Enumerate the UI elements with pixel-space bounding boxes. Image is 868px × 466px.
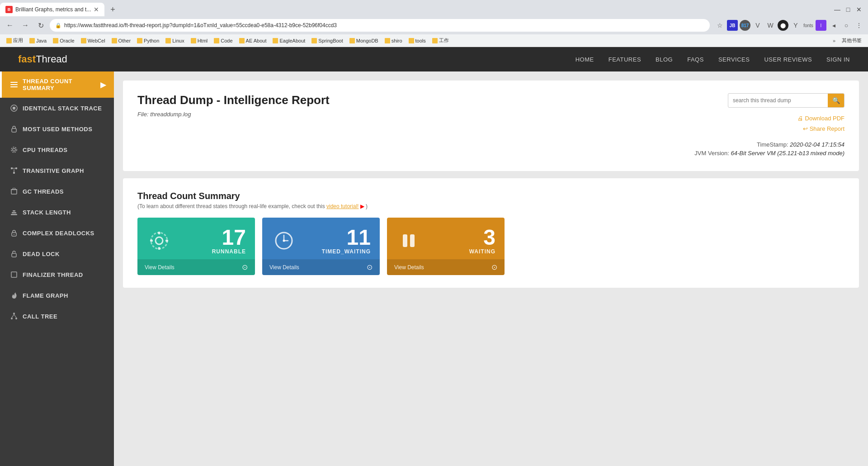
- extension-icon-2[interactable]: 817: [740, 20, 750, 31]
- bookmark-star-icon[interactable]: ☆: [714, 20, 725, 31]
- tab-favicon: B: [5, 6, 13, 13]
- bookmark-other[interactable]: Other: [109, 37, 134, 44]
- bookmark-springboot[interactable]: SpringBoot: [309, 37, 345, 44]
- bookmark-mongodb[interactable]: MongoDB: [347, 37, 381, 44]
- bookmark-webcel[interactable]: WebCel: [78, 37, 108, 44]
- report-header-card: Thread Dump - Intelligence Report File: …: [123, 81, 859, 171]
- bookmark-java[interactable]: Java: [27, 37, 49, 44]
- sign-in-link[interactable]: SIGN IN: [826, 56, 850, 63]
- bookmark-oracle[interactable]: Oracle: [50, 37, 77, 44]
- extension-icon-6[interactable]: Y: [790, 20, 801, 31]
- bookmark-eagle-about[interactable]: EagleAbout: [270, 37, 308, 44]
- forward-button[interactable]: →: [19, 19, 32, 32]
- back-button[interactable]: ←: [4, 19, 16, 32]
- bookmark-linux[interactable]: Linux: [163, 37, 187, 44]
- sidebar-item-call-tree[interactable]: CALL TREE: [0, 306, 114, 327]
- sidebar-item-identical-stack-trace[interactable]: IDENTICAL STACK TRACE: [0, 98, 114, 119]
- report-actions: 🔍 🖨 Download PDF ↩ Share Report: [728, 93, 844, 132]
- reload-button[interactable]: ↻: [34, 19, 47, 32]
- share-report-link[interactable]: ↩ Share Report: [803, 125, 844, 132]
- logo[interactable]: fastThread: [18, 53, 67, 65]
- waiting-label: WAITING: [469, 248, 495, 255]
- sidebar-item-thread-count-summary[interactable]: THREAD COUNT SUMMARY ▶: [0, 71, 114, 98]
- bookmark-python[interactable]: Python: [134, 37, 162, 44]
- bookmark-shiro[interactable]: shiro: [382, 37, 405, 44]
- waiting-view-details[interactable]: View Details: [394, 264, 424, 271]
- bookmark-more-button[interactable]: »: [830, 37, 838, 44]
- bookmark-apps[interactable]: 应用: [4, 36, 26, 45]
- sidebar-item-stack-length[interactable]: STACK LENGTH: [0, 202, 114, 223]
- address-bar[interactable]: 🔒 https://www.fastthread.io/ft-thread-re…: [50, 19, 710, 32]
- bookmark-other-books[interactable]: 其他书签: [839, 36, 864, 45]
- sidebar-label-call-tree: CALL TREE: [23, 313, 57, 320]
- svg-point-19: [14, 234, 14, 235]
- active-tab[interactable]: B Brilliant Graphs, metrics and t... ✕: [0, 3, 104, 16]
- video-tutorial-link[interactable]: video tutorial!: [326, 203, 359, 209]
- svg-point-28: [151, 233, 167, 249]
- menu-button[interactable]: ⋮: [854, 20, 864, 31]
- timed-waiting-view-details[interactable]: View Details: [269, 264, 299, 271]
- share-icon: ↩: [803, 125, 808, 132]
- sidebar-item-flame-graph[interactable]: FLAME GRAPH: [0, 285, 114, 306]
- bookmark-code[interactable]: Code: [211, 37, 235, 44]
- sidebar-item-most-used-methods[interactable]: MOST USED METHODS: [0, 119, 114, 139]
- extension-icon-9[interactable]: ○: [841, 20, 852, 31]
- download-pdf-link[interactable]: 🖨 Download PDF: [797, 115, 844, 122]
- stack-icon: [10, 208, 18, 216]
- bookmark-html[interactable]: Html: [188, 37, 211, 44]
- top-navigation: fastThread HOME FEATURES BLOG FAQS SERVI…: [0, 47, 868, 71]
- search-input[interactable]: [728, 95, 828, 106]
- report-title: Thread Dump - Intelligence Report: [137, 93, 330, 107]
- extension-icon-4[interactable]: W: [765, 20, 776, 31]
- sidebar-item-dead-lock[interactable]: DEAD LOCK: [0, 243, 114, 264]
- bookmark-work[interactable]: 工作: [429, 36, 452, 45]
- graph-icon: [10, 166, 18, 175]
- nav-blog[interactable]: BLOG: [656, 56, 673, 63]
- sidebar-item-gc-threads[interactable]: GC THREADS: [0, 181, 114, 202]
- nav-user-reviews[interactable]: USER REVIEWS: [764, 56, 812, 63]
- logo-fast: fast: [18, 53, 36, 65]
- search-button[interactable]: 🔍: [828, 94, 844, 107]
- tab-close-button[interactable]: ✕: [94, 6, 99, 13]
- extension-icon-5[interactable]: ⬤: [778, 20, 788, 31]
- square-icon: [10, 271, 18, 279]
- bookmark-tools[interactable]: tools: [406, 37, 429, 44]
- sidebar-item-cpu-threads[interactable]: CPU THREADS: [0, 139, 114, 160]
- extension-icon-3[interactable]: V: [752, 20, 763, 31]
- svg-rect-7: [11, 167, 13, 169]
- svg-rect-32: [165, 240, 168, 242]
- extension-icon-7[interactable]: I: [816, 20, 826, 31]
- svg-rect-12: [11, 190, 17, 194]
- svg-rect-20: [12, 253, 16, 257]
- close-button[interactable]: ✕: [855, 6, 863, 13]
- nav-faqs[interactable]: FAQS: [687, 56, 704, 63]
- nav-services[interactable]: SERVICES: [718, 56, 750, 63]
- sidebar-label-deadlock: DEAD LOCK: [23, 251, 60, 257]
- new-tab-button[interactable]: +: [106, 3, 119, 16]
- maximize-button[interactable]: □: [844, 6, 852, 13]
- nav-home[interactable]: HOME: [576, 56, 594, 63]
- sidebar-label-cpu: CPU THREADS: [23, 147, 67, 153]
- sidebar-item-finalizer-thread[interactable]: FINALIZER THREAD: [0, 264, 114, 285]
- svg-rect-2: [10, 86, 18, 87]
- minimize-button[interactable]: —: [834, 6, 841, 13]
- sidebar-arrow-icon: ▶: [100, 81, 106, 89]
- svg-rect-9: [13, 172, 15, 174]
- meta-info: TimeStamp: 2020-02-04 17:15:54 JVM Versi…: [137, 141, 844, 157]
- sidebar-item-complex-deadlocks[interactable]: COMPLEX DEADLOCKS: [0, 223, 114, 243]
- runnable-view-details[interactable]: View Details: [145, 264, 175, 271]
- svg-point-24: [15, 318, 17, 319]
- sidebar: THREAD COUNT SUMMARY ▶ IDENTICAL STACK T…: [0, 71, 114, 466]
- bookmark-ae-about[interactable]: AE About: [236, 37, 269, 44]
- fonts-extension-icon[interactable]: fonts: [803, 20, 814, 31]
- sidebar-label-gc: GC THREADS: [23, 188, 64, 195]
- waiting-card: 3 WAITING View Details ⊙: [387, 218, 505, 275]
- extension-icon-1[interactable]: JB: [727, 20, 738, 31]
- svg-rect-0: [10, 82, 18, 83]
- extension-icon-8[interactable]: ◂: [828, 20, 839, 31]
- runnable-label: RUNNABLE: [212, 248, 246, 255]
- sidebar-label-flame: FLAME GRAPH: [23, 292, 68, 299]
- sidebar-item-transitive-graph[interactable]: TRANSITIVE GRAPH: [0, 160, 114, 181]
- timed-waiting-count: 11: [322, 227, 371, 248]
- nav-features[interactable]: FEATURES: [609, 56, 641, 63]
